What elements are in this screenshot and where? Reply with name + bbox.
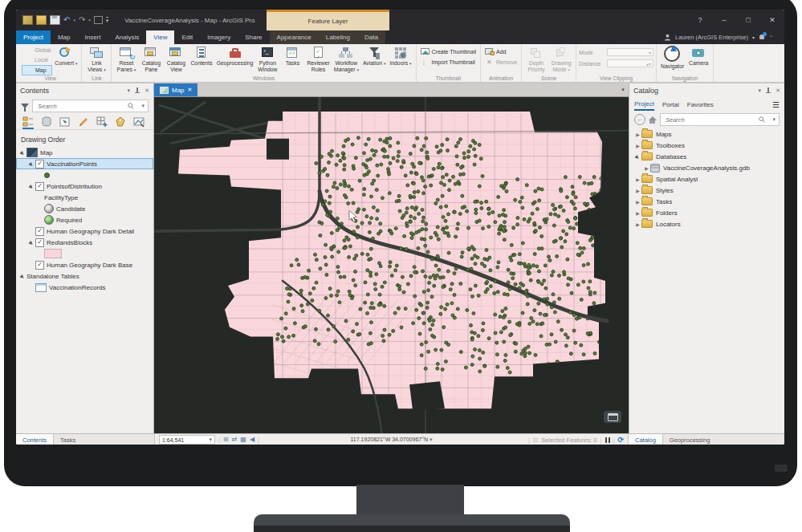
coordinates-readout[interactable]: 117.1920821°W 34.0700967°N ▾ bbox=[350, 437, 432, 442]
create-thumbnail-button[interactable]: Create Thumbnail bbox=[419, 47, 478, 56]
catalog-item-spatial-analyst[interactable]: ▶Spatial Analyst bbox=[629, 173, 784, 185]
search-dropdown-icon[interactable]: ▾ bbox=[141, 103, 145, 109]
save-project-icon[interactable] bbox=[50, 15, 60, 25]
contents-toolbar-charting-icon[interactable] bbox=[133, 116, 145, 129]
tree-item-required[interactable]: Required bbox=[16, 214, 153, 225]
tasks-button[interactable]: Tasks bbox=[280, 45, 304, 67]
tree-item-human-geography-dark-detail[interactable]: ✓Human Geography Dark Detail bbox=[16, 225, 153, 237]
link-views-button[interactable]: LinkViews ▾ bbox=[84, 45, 108, 74]
ribbon-tab-view[interactable]: View bbox=[146, 30, 174, 44]
open-project-icon[interactable] bbox=[36, 15, 47, 25]
contextual-tab-data[interactable]: Data bbox=[357, 30, 385, 44]
catalog-tab-favorites[interactable]: Favorites bbox=[687, 99, 714, 110]
tree-item-facilitytype[interactable]: FacilityType bbox=[16, 192, 153, 203]
collapsed-icon[interactable]: ▶ bbox=[643, 165, 650, 171]
catalog-pane-button[interactable]: CatalogPane bbox=[139, 45, 163, 74]
catalog-view-button[interactable]: CatalogView bbox=[164, 45, 188, 74]
map-view-tab[interactable]: Map ✕ bbox=[154, 83, 197, 96]
sync-views-icon[interactable]: ⇄ bbox=[232, 436, 238, 444]
catalog-item-toolboxes[interactable]: ▶Toolboxes bbox=[629, 140, 784, 151]
layer-checkbox[interactable]: ✓ bbox=[35, 160, 44, 169]
ribbon-tab-insert[interactable]: Insert bbox=[77, 30, 108, 44]
layer-checkbox[interactable]: ✓ bbox=[35, 182, 44, 191]
catalog-tab-portal[interactable]: Portal bbox=[662, 99, 679, 110]
back-icon[interactable]: ← bbox=[634, 114, 645, 125]
search-dropdown-icon[interactable]: ▾ bbox=[772, 116, 776, 123]
redo-dropdown-icon[interactable]: ▾ bbox=[88, 18, 91, 22]
new-project-icon[interactable] bbox=[22, 15, 33, 25]
map-button[interactable]: Map bbox=[22, 65, 52, 75]
undo-icon[interactable]: ↶ bbox=[63, 16, 70, 24]
contextual-tab-labeling[interactable]: Labeling bbox=[319, 30, 357, 44]
contents-search-input[interactable] bbox=[36, 102, 125, 111]
pane-tab-contents[interactable]: Contents bbox=[16, 434, 54, 445]
import-thumbnail-button[interactable]: Import Thumbnail bbox=[419, 58, 477, 67]
pane-tab-tasks[interactable]: Tasks bbox=[54, 434, 82, 445]
filter-icon[interactable] bbox=[21, 104, 29, 108]
point-symbol-swatch[interactable] bbox=[44, 173, 50, 178]
pin-icon[interactable] bbox=[766, 87, 771, 95]
tab-list-dropdown-icon[interactable]: ▼ bbox=[621, 87, 629, 92]
collapsed-icon[interactable]: ▶ bbox=[634, 132, 641, 137]
scale-combo[interactable]: 1:64,541 ▾ bbox=[159, 435, 215, 445]
grid-view-icon[interactable]: ▦ bbox=[240, 436, 246, 444]
pin-icon[interactable] bbox=[135, 87, 140, 95]
close-button[interactable]: ✕ bbox=[760, 10, 784, 30]
ribbon-tab-edit[interactable]: Edit bbox=[174, 30, 200, 44]
layer-checkbox[interactable]: ✓ bbox=[35, 261, 44, 270]
collapsed-icon[interactable]: ▶ bbox=[634, 221, 641, 227]
pane-tab-geoprocessing[interactable]: Geoprocessing bbox=[663, 434, 716, 445]
contextual-tab-appearance[interactable]: Appearance bbox=[270, 30, 319, 44]
ribbon-tab-project[interactable]: Project bbox=[16, 30, 51, 44]
catalog-tab-project[interactable]: Project bbox=[634, 99, 654, 111]
signed-in-user[interactable]: Lauren (ArcGIS Enterprise) bbox=[675, 34, 748, 41]
maximize-button[interactable]: □ bbox=[736, 10, 760, 30]
panel-menu-icon[interactable]: ▾ bbox=[759, 87, 762, 94]
symbol-swatch-row[interactable] bbox=[16, 248, 153, 259]
ribbon-tab-map[interactable]: Map bbox=[51, 30, 78, 44]
help-button[interactable]: ? bbox=[688, 10, 712, 30]
catalog-item-tasks[interactable]: ▶Tasks bbox=[629, 196, 784, 207]
ribbon-tab-imagery[interactable]: Imagery bbox=[200, 30, 238, 44]
user-dropdown-icon[interactable]: ▾ bbox=[752, 35, 755, 40]
python-window-button[interactable]: PythonWindow bbox=[255, 45, 279, 74]
panel-close-icon[interactable]: ✕ bbox=[776, 87, 780, 94]
symbol-dot-row[interactable] bbox=[16, 169, 153, 181]
collapsed-icon[interactable]: ▶ bbox=[634, 177, 641, 182]
tree-item-vaccinationrecords[interactable]: VaccinationRecords bbox=[16, 282, 153, 293]
ribbon-tab-share[interactable]: Share bbox=[238, 30, 269, 44]
catalog-item-databases[interactable]: ▶Databases bbox=[629, 151, 784, 162]
catalog-item-locators[interactable]: ▶Locators bbox=[629, 218, 784, 229]
tree-item-candidate[interactable]: Candidate bbox=[16, 203, 153, 214]
collapsed-icon[interactable]: ▶ bbox=[634, 188, 641, 193]
catalog-item-folders[interactable]: ▶Folders bbox=[629, 207, 784, 218]
aviation-button[interactable]: Aviation ▾ bbox=[361, 45, 387, 67]
undo-dropdown-icon[interactable]: ▾ bbox=[73, 18, 75, 22]
refresh-icon[interactable]: ⟳ bbox=[617, 436, 624, 444]
contents-toolbar-snapping-icon[interactable] bbox=[96, 116, 108, 129]
contents-toolbar-drawing-order-icon[interactable] bbox=[22, 116, 34, 129]
pause-drawing-icon[interactable] bbox=[605, 437, 610, 443]
catalog-search-input[interactable] bbox=[664, 116, 756, 124]
tree-item-vaccinationpoints[interactable]: ▶✓VaccinationPoints bbox=[16, 158, 153, 169]
contents-button[interactable]: Contents bbox=[189, 45, 214, 67]
notifications-icon[interactable] bbox=[759, 34, 765, 41]
reviewer-rules-button[interactable]: ReviewerRules bbox=[305, 45, 331, 74]
collapsed-icon[interactable]: ▶ bbox=[634, 210, 641, 216]
sound-icon[interactable]: ◀ bbox=[250, 436, 254, 444]
tree-item-human-geography-dark-base[interactable]: ✓Human Geography Dark Base bbox=[16, 259, 153, 270]
geoprocessing-button[interactable]: Geoprocessing bbox=[215, 45, 255, 67]
layer-checkbox[interactable]: ✓ bbox=[35, 238, 44, 247]
panel-close-icon[interactable]: ✕ bbox=[145, 87, 149, 94]
ribbon-tab-analysis[interactable]: Analysis bbox=[108, 30, 146, 44]
collapsed-icon[interactable]: ▶ bbox=[634, 199, 641, 205]
catalog-item-vaccinecoverageanalysis-gdb[interactable]: ▶VaccineCoverageAnalysis.gdb bbox=[629, 162, 784, 173]
link-button-icon[interactable] bbox=[94, 16, 103, 24]
redo-icon[interactable]: ↷ bbox=[79, 16, 85, 24]
panel-menu-icon[interactable]: ▾ bbox=[128, 87, 131, 94]
indoors-button[interactable]: Indoors ▾ bbox=[388, 45, 413, 67]
customize-qat-icon[interactable]: ▾ bbox=[106, 17, 109, 23]
map-tab-close-icon[interactable]: ✕ bbox=[188, 87, 193, 93]
contents-toolbar-labeling-icon[interactable] bbox=[115, 116, 126, 129]
ribbon-collapse-icon[interactable]: ⌃ bbox=[769, 35, 773, 40]
